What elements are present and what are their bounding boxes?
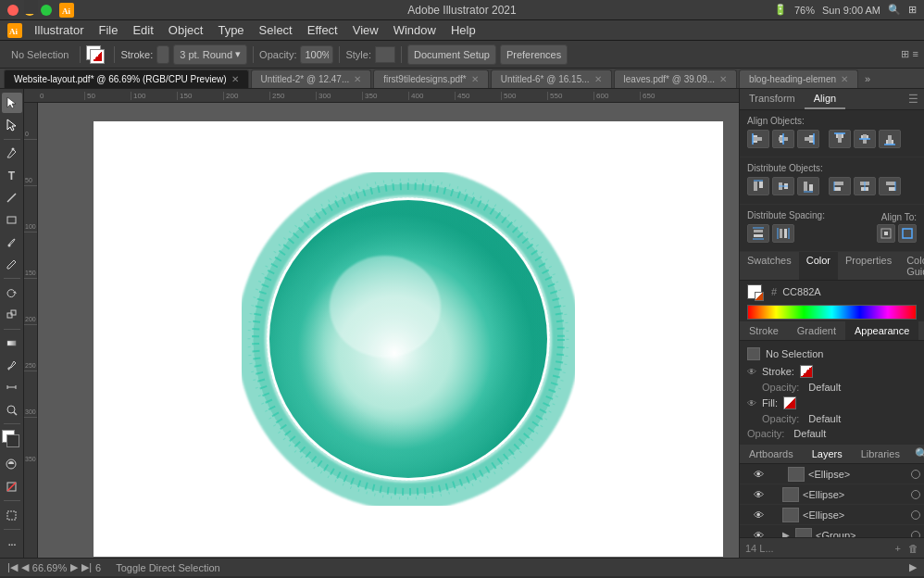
fill-color-swatch[interactable] — [783, 396, 796, 409]
menu-help[interactable]: Help — [444, 21, 482, 39]
align-to-selection-btn[interactable] — [877, 224, 895, 243]
preferences-btn[interactable]: Preferences — [500, 44, 568, 65]
none-color-btn[interactable] — [2, 476, 22, 496]
tab-stroke[interactable]: Stroke — [740, 321, 788, 340]
search-icon[interactable]: 🔍 — [888, 4, 901, 16]
tab-untitled6[interactable]: Untitled-6* @ 16.15... ✕ — [491, 69, 612, 88]
tab-website-layout[interactable]: Website-layout.pdf* @ 66.69% (RGB/CPU Pr… — [4, 69, 249, 88]
align-bottom-btn[interactable] — [879, 130, 901, 148]
layer-item[interactable]: 👁 ▶ <Group> — [740, 525, 924, 537]
menu-illustrator[interactable]: Illustrator — [28, 21, 90, 39]
opacity-input[interactable] — [300, 45, 333, 64]
next-btn[interactable]: ▶ — [70, 561, 78, 573]
tab-artboards[interactable]: Artboards — [740, 445, 803, 463]
tab-close-icon[interactable]: ✕ — [471, 74, 479, 84]
tab-transform[interactable]: Transform — [740, 89, 805, 109]
align-center-v-btn[interactable] — [854, 130, 876, 148]
rotate-tool-btn[interactable] — [2, 283, 22, 303]
align-right-btn[interactable] — [797, 130, 819, 148]
tab-align[interactable]: Align — [805, 89, 845, 109]
fill-swatch-white[interactable] — [747, 284, 762, 299]
artboard-tool-btn[interactable] — [2, 505, 22, 525]
menu-edit[interactable]: Edit — [126, 21, 159, 39]
align-center-h-btn[interactable] — [772, 130, 794, 148]
stroke-options-btn[interactable]: 3 pt. Round ▾ — [173, 44, 247, 65]
arrange-icon[interactable]: ⊞ — [901, 48, 909, 60]
layer-item[interactable]: 👁 <Ellipse> — [740, 464, 924, 484]
tab-color[interactable]: Color — [799, 252, 838, 280]
layer-vis-icon[interactable]: 👁 — [753, 509, 764, 521]
fill-stroke-indicator[interactable] — [2, 430, 22, 450]
next-artboard-btn[interactable]: ▶| — [81, 561, 92, 573]
align-to-key-btn[interactable] — [898, 224, 917, 243]
eyedropper-tool-btn[interactable] — [2, 356, 22, 376]
menu-window[interactable]: Window — [387, 21, 443, 39]
tab-first9tile[interactable]: first9tiledesigns.pdf* ✕ — [373, 69, 489, 88]
menu-object[interactable]: Object — [162, 21, 210, 39]
menu-effect[interactable]: Effect — [301, 21, 344, 39]
layer-target-icon[interactable] — [911, 490, 920, 499]
tab-close-icon[interactable]: ✕ — [841, 74, 848, 84]
pencil-tool-btn[interactable] — [2, 254, 22, 274]
tabs-overflow-btn[interactable]: » — [860, 73, 875, 84]
panel-toggle-icon[interactable]: ≡ — [913, 48, 918, 60]
tab-untitled2[interactable]: Untitled-2* @ 12.47... ✕ — [251, 69, 372, 88]
color-mode-btn[interactable] — [2, 454, 22, 474]
paintbrush-tool-btn[interactable] — [2, 232, 22, 252]
eye-fill-icon[interactable]: 👁 — [747, 398, 756, 408]
dist-vc-btn[interactable] — [772, 177, 794, 195]
tab-close-icon[interactable]: ✕ — [231, 74, 239, 84]
layer-target-icon[interactable] — [911, 470, 920, 479]
tab-leaves[interactable]: leaves.pdf* @ 39.09... ✕ — [614, 69, 738, 88]
dist-top-btn[interactable] — [747, 177, 769, 195]
tab-properties[interactable]: Properties — [838, 252, 899, 280]
measure-tool-btn[interactable] — [2, 378, 22, 398]
layer-item[interactable]: 👁 <Ellipse> — [740, 505, 924, 525]
menu-file[interactable]: File — [92, 21, 124, 39]
layer-vis-icon[interactable]: 👁 — [753, 469, 764, 480]
tab-swatches[interactable]: Swatches — [740, 252, 799, 280]
fill-stroke-swatches[interactable] — [86, 45, 108, 64]
tab-close-icon[interactable]: ✕ — [354, 74, 361, 84]
selection-tool-btn[interactable] — [2, 93, 22, 113]
menu-select[interactable]: Select — [253, 21, 299, 39]
color-spectrum-bar[interactable] — [747, 305, 917, 320]
space-h-btn[interactable] — [772, 224, 794, 243]
dist-left-btn[interactable] — [829, 177, 851, 195]
gradient-tool-btn[interactable] — [2, 333, 22, 354]
chevron-right-icon[interactable]: ▶ — [782, 530, 790, 537]
tab-blog-heading[interactable]: blog-heading-elemen ✕ — [739, 69, 858, 88]
rectangle-tool-btn[interactable] — [2, 209, 22, 230]
align-left-btn[interactable] — [747, 130, 769, 148]
pen-tool-btn[interactable] — [2, 144, 22, 164]
more-tools-btn[interactable]: ··· — [2, 534, 22, 554]
layer-item[interactable]: 👁 <Ellipse> — [740, 484, 924, 505]
maximize-button[interactable] — [41, 5, 52, 16]
close-button[interactable] — [7, 5, 19, 16]
dist-hc-btn[interactable] — [854, 177, 876, 195]
tab-color-guide[interactable]: Color Guide — [899, 252, 924, 280]
tab-close-icon[interactable]: ✕ — [719, 74, 727, 84]
prev-artboard-btn[interactable]: |◀ — [7, 561, 18, 573]
type-tool-btn[interactable]: T — [2, 166, 22, 186]
style-swatch[interactable] — [375, 46, 395, 63]
menu-type[interactable]: Type — [211, 21, 250, 39]
scale-tool-btn[interactable] — [2, 305, 22, 325]
tab-close-icon[interactable]: ✕ — [594, 74, 602, 84]
stroke-color-swatch[interactable] — [800, 365, 813, 378]
layer-vis-icon[interactable]: 👁 — [753, 489, 764, 500]
delete-layer-btn[interactable]: 🗑 — [908, 543, 918, 554]
prev-btn[interactable]: ◀ — [21, 561, 29, 573]
layer-target-icon[interactable] — [911, 531, 920, 538]
tab-libraries[interactable]: Libraries — [852, 445, 909, 463]
zoom-tool-btn[interactable] — [2, 400, 22, 421]
tab-gradient[interactable]: Gradient — [788, 321, 845, 340]
dist-right-btn[interactable] — [879, 177, 901, 195]
tab-layers[interactable]: Layers — [803, 445, 852, 463]
direct-selection-tool-btn[interactable] — [2, 115, 22, 135]
space-v-btn[interactable] — [747, 224, 769, 243]
dist-bottom-btn[interactable] — [797, 177, 819, 195]
layer-vis-icon[interactable]: 👁 — [753, 530, 764, 538]
stroke-width-input[interactable] — [156, 45, 169, 64]
add-layer-btn[interactable]: + — [895, 543, 901, 554]
